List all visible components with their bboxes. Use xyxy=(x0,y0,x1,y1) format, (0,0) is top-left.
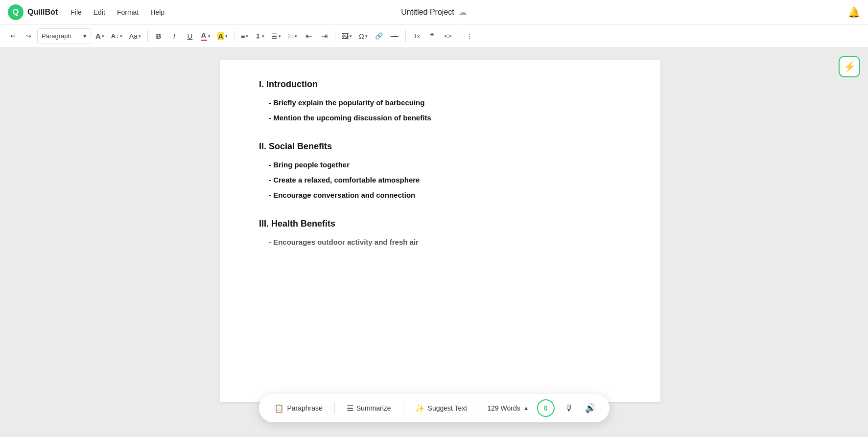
font-size-icon: A xyxy=(95,32,101,40)
logo-text: QuillBot xyxy=(27,8,58,17)
right-sidebar: ⚡ xyxy=(760,48,868,437)
bold-button[interactable]: B xyxy=(152,28,165,44)
highlight-color-button[interactable]: A ▾ xyxy=(215,28,230,44)
word-count-area[interactable]: 129 Words ▲ xyxy=(487,404,529,412)
insert-image-icon: 🖼 xyxy=(342,32,349,40)
undo-button[interactable]: ↩ xyxy=(6,28,20,44)
bottom-separator-2 xyxy=(403,402,403,414)
section-3-heading: III. Health Benefits xyxy=(259,219,621,229)
text-transform-icon: Aa xyxy=(129,32,138,40)
toolbar-separator-5 xyxy=(459,30,459,42)
main-layout: I. Introduction - Briefly explain the po… xyxy=(0,48,868,437)
document-page[interactable]: I. Introduction - Briefly explain the po… xyxy=(220,60,660,402)
word-count-text: 129 Words xyxy=(487,404,520,412)
toolbar-separator-2 xyxy=(234,30,235,42)
microphone-icon: 🎙 xyxy=(564,403,573,414)
toolbar: ↩ ↪ Paragraph ▾ A ▾ A↓ ▾ Aa ▾ B I U A ▾ … xyxy=(0,24,868,48)
paragraph-style-select[interactable]: Paragraph ▾ xyxy=(37,28,91,44)
section-2-bullet-1: - Bring people together xyxy=(259,161,621,169)
toolbar-separator-3 xyxy=(335,30,335,42)
notifications-icon[interactable]: 🔔 xyxy=(848,6,860,18)
bottom-separator-3 xyxy=(479,402,479,414)
numbered-list-chevron-icon: ▾ xyxy=(295,34,297,39)
underline-button[interactable]: U xyxy=(183,28,197,44)
indent-decrease-button[interactable]: ⇤ xyxy=(302,28,315,44)
quillbot-logo-icon: Q xyxy=(8,4,23,20)
special-char-button[interactable]: Ω ▾ xyxy=(356,28,370,44)
section-2-heading: II. Social Benefits xyxy=(259,141,621,152)
menu-item-help[interactable]: Help xyxy=(149,6,165,18)
menu-items: File Edit Format Help xyxy=(70,6,165,18)
section-2-bullet-2: - Create a relaxed, comfortable atmosphe… xyxy=(259,176,621,184)
line-spacing-icon: ⇕ xyxy=(255,32,261,40)
menu-item-format[interactable]: Format xyxy=(116,6,140,18)
section-introduction: I. Introduction - Briefly explain the po… xyxy=(259,79,621,122)
indent-increase-button[interactable]: ⇥ xyxy=(317,28,331,44)
insert-link-button[interactable]: 🔗 xyxy=(372,28,386,44)
align-chevron-icon: ▾ xyxy=(246,34,248,39)
summarize-button[interactable]: ☰ Summarize xyxy=(343,402,395,415)
lightning-icon: ⚡ xyxy=(844,61,856,72)
paraphrase-label: Paraphrase xyxy=(287,404,322,412)
menu-item-edit[interactable]: Edit xyxy=(93,6,106,18)
bottom-separator-1 xyxy=(334,402,335,414)
code-block-button[interactable]: <> xyxy=(441,28,455,44)
lightning-button[interactable]: ⚡ xyxy=(839,56,860,77)
text-color-button[interactable]: A ▾ xyxy=(199,28,213,44)
font-size-chevron-icon: ▾ xyxy=(102,34,104,39)
text-color-icon: A xyxy=(201,31,207,41)
numbered-list-icon: ⁝= xyxy=(288,32,294,40)
paragraph-style-label: Paragraph xyxy=(42,32,71,40)
paraphrase-icon: 📋 xyxy=(274,404,284,413)
bullet-list-chevron-icon: ▾ xyxy=(279,34,281,39)
italic-button[interactable]: I xyxy=(167,28,181,44)
microphone-button[interactable]: 🎙 xyxy=(563,401,575,415)
word-count-chevron-icon: ▲ xyxy=(523,405,529,412)
section-1-bullet-1: - Briefly explain the popularity of barb… xyxy=(259,98,621,107)
text-color-chevron-icon: ▾ xyxy=(208,34,211,39)
font-style-button[interactable]: A↓ ▾ xyxy=(109,28,125,44)
summarize-label: Summarize xyxy=(356,404,391,412)
line-spacing-chevron-icon: ▾ xyxy=(262,34,264,39)
toolbar-separator-1 xyxy=(147,30,148,42)
font-style-chevron-icon: ▾ xyxy=(120,34,122,39)
right-icons: 🔔 xyxy=(848,6,860,18)
logo-area: Q QuillBot xyxy=(8,4,58,20)
text-align-button[interactable]: ≡ ▾ xyxy=(238,28,251,44)
suggest-text-button[interactable]: ✨ Suggest Text xyxy=(411,402,471,415)
toolbar-separator-4 xyxy=(405,30,406,42)
bullet-list-icon: ☰ xyxy=(271,32,278,40)
count-badge[interactable]: 0 xyxy=(537,399,555,417)
paragraph-style-chevron: ▾ xyxy=(83,32,87,40)
section-2-bullet-3: - Encourage conversation and connection xyxy=(259,191,621,199)
align-icon: ≡ xyxy=(241,32,245,40)
blockquote-button[interactable]: ❝ xyxy=(425,28,439,44)
left-sidebar xyxy=(0,48,120,437)
highlight-chevron-icon: ▾ xyxy=(225,34,228,39)
section-health-benefits: III. Health Benefits - Encourages outdoo… xyxy=(259,219,621,246)
speaker-button[interactable]: 🔊 xyxy=(583,401,598,415)
clear-format-button[interactable]: Tx xyxy=(410,28,423,44)
section-3-bullet-1-partial: - Encourages outdoor activity and fresh … xyxy=(259,238,621,246)
editor-area: I. Introduction - Briefly explain the po… xyxy=(120,48,760,437)
title-area: Untitled Project ☁ xyxy=(401,7,467,18)
project-title[interactable]: Untitled Project xyxy=(401,8,454,17)
text-transform-chevron-icon: ▾ xyxy=(139,34,141,39)
font-size-button[interactable]: A ▾ xyxy=(93,28,107,44)
insert-image-button[interactable]: 🖼 ▾ xyxy=(339,28,354,44)
summarize-icon: ☰ xyxy=(347,404,353,413)
bullet-list-button[interactable]: ☰ ▾ xyxy=(269,28,283,44)
line-spacing-button[interactable]: ⇕ ▾ xyxy=(253,28,267,44)
redo-button[interactable]: ↪ xyxy=(22,28,35,44)
numbered-list-button[interactable]: ⁝= ▾ xyxy=(285,28,300,44)
text-transform-button[interactable]: Aa ▾ xyxy=(127,28,143,44)
paraphrase-button[interactable]: 📋 Paraphrase xyxy=(270,402,326,415)
insert-image-chevron-icon: ▾ xyxy=(350,34,352,39)
more-options-button[interactable]: ⋮ xyxy=(463,28,477,44)
menu-item-file[interactable]: File xyxy=(70,6,83,18)
section-social-benefits: II. Social Benefits - Bring people toget… xyxy=(259,141,621,199)
speaker-icon: 🔊 xyxy=(585,403,596,414)
horizontal-rule-button[interactable]: — xyxy=(388,28,401,44)
special-char-chevron-icon: ▾ xyxy=(365,34,368,39)
suggest-text-label: Suggest Text xyxy=(428,404,468,412)
